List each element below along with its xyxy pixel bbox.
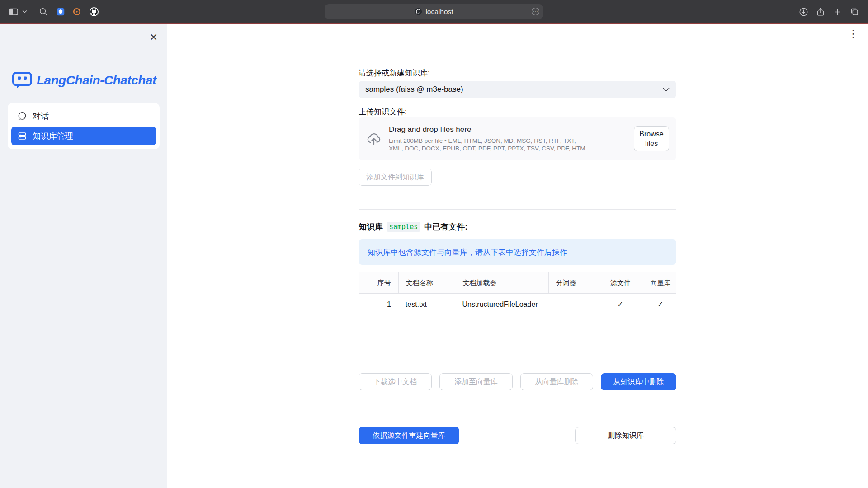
sidebar: ✕ LangChain-Chatchat 对话: [0, 24, 167, 488]
browse-files-button[interactable]: Browse files: [634, 126, 669, 151]
github-icon: [89, 6, 99, 17]
heading-prefix: 知识库: [359, 221, 383, 232]
upload-label: 上传知识文件:: [359, 107, 676, 117]
table-actions: 下载选中文档 添加至向量库 从向量库删除 从知识库中删除: [359, 373, 676, 390]
cell-source-check: ✓: [596, 294, 645, 315]
col-header-source[interactable]: 源文件: [596, 272, 645, 293]
kb-bottom-actions: 依据源文件重建向量库 删除知识库: [359, 427, 676, 444]
sidebar-menu-chevron[interactable]: [20, 4, 29, 20]
downloads-button[interactable]: [795, 4, 811, 20]
cell-loader: UnstructuredFileLoader: [455, 294, 548, 315]
sidebar-toggle-button[interactable]: [5, 4, 22, 20]
sidebar-menu: 对话 知识库管理: [8, 103, 160, 149]
ring-extension-icon: [72, 7, 82, 17]
sidebar-close-icon[interactable]: ✕: [150, 33, 158, 42]
sidebar-item-dialogue[interactable]: 对话: [11, 107, 156, 126]
share-button[interactable]: [812, 4, 829, 20]
sidebar-item-knowledge-base[interactable]: 知识库管理: [11, 127, 156, 145]
col-header-index[interactable]: 序号: [359, 272, 398, 293]
col-header-vector[interactable]: 向量库: [645, 272, 676, 293]
sidebar-item-label: 知识库管理: [33, 131, 73, 141]
extension-button-blue[interactable]: [52, 4, 69, 20]
browser-toolbar: localhost ⋯: [0, 0, 868, 23]
tab-overview-button[interactable]: [846, 4, 863, 20]
brand-name: LangChain-Chatchat: [37, 73, 156, 88]
kb-select-value: samples (faiss @ m3e-base): [365, 85, 463, 94]
url-text: localhost: [425, 8, 453, 16]
download-selected-button[interactable]: 下载选中文档: [359, 373, 432, 390]
search-button[interactable]: [35, 4, 52, 20]
cell-name: test.txt: [398, 294, 455, 315]
files-table: 序号 文档名称 文档加载器 分词器 源文件 向量库 1 test.txt Uns…: [359, 272, 676, 362]
extension-button-github[interactable]: [86, 4, 102, 20]
shield-extension-icon: [56, 7, 66, 17]
extension-button-orange[interactable]: [69, 4, 85, 20]
table-header-row: 序号 文档名称 文档加载器 分词器 源文件 向量库: [359, 272, 676, 294]
address-bar[interactable]: localhost ⋯: [325, 4, 543, 19]
rebuild-vector-store-button[interactable]: 依据源文件重建向量库: [359, 427, 459, 444]
tabs-icon: [849, 7, 859, 17]
new-tab-button[interactable]: [829, 4, 845, 20]
kb-name-code: samples: [387, 222, 420, 232]
cloud-upload-icon: [366, 131, 382, 146]
chat-bubble-icon: [18, 112, 27, 121]
col-header-name[interactable]: 文档名称: [398, 272, 455, 293]
app-menu-icon[interactable]: ⋮: [848, 29, 858, 39]
dropzone-instructions: Drag and drop files here Limit 200MB per…: [389, 125, 634, 152]
sidebar-panel-icon: [8, 6, 19, 17]
table-row[interactable]: 1 test.txt UnstructuredFileLoader ✓ ✓: [359, 294, 676, 315]
add-to-vector-store-button[interactable]: 添加至向量库: [439, 373, 513, 390]
divider: [359, 411, 676, 411]
brand-logo: LangChain-Chatchat: [12, 71, 156, 89]
knowledge-base-stack-icon: [18, 131, 27, 141]
add-files-to-kb-button[interactable]: 添加文件到知识库: [359, 169, 432, 186]
divider: [359, 209, 676, 210]
dropzone-title: Drag and drop files here: [389, 125, 627, 134]
site-favicon: [415, 8, 422, 15]
info-text: 知识库中包含源文件与向量库，请从下表中选择文件后操作: [368, 247, 567, 258]
cell-index: 1: [359, 294, 398, 315]
download-icon: [798, 7, 809, 17]
search-icon: [38, 7, 48, 17]
share-icon: [816, 7, 826, 17]
delete-kb-button[interactable]: 删除知识库: [575, 427, 676, 444]
remove-from-vector-store-button[interactable]: 从向量库删除: [520, 373, 593, 390]
chevron-down-icon: [663, 88, 670, 92]
col-header-splitter[interactable]: 分词器: [548, 272, 596, 293]
cell-splitter: [548, 294, 596, 315]
page-settings-icon[interactable]: ⋯: [532, 8, 539, 15]
heading-suffix: 中已有文件:: [424, 221, 467, 232]
kb-files-heading: 知识库 samples 中已有文件:: [359, 221, 676, 232]
info-banner: 知识库中包含源文件与向量库，请从下表中选择文件后操作: [359, 239, 676, 265]
delete-from-kb-button[interactable]: 从知识库中删除: [601, 373, 676, 390]
chevron-down-icon: [22, 10, 27, 14]
col-header-loader[interactable]: 文档加载器: [455, 272, 548, 293]
main-content: ⋮ 请选择或新建知识库: samples (faiss @ m3e-base) …: [167, 24, 868, 488]
file-dropzone[interactable]: Drag and drop files here Limit 200MB per…: [359, 117, 676, 160]
kb-select[interactable]: samples (faiss @ m3e-base): [359, 81, 676, 98]
dropzone-limit-text: Limit 200MB per file • EML, HTML, JSON, …: [389, 137, 588, 152]
chatchat-logo-icon: [12, 71, 33, 89]
kb-select-label: 请选择或新建知识库:: [359, 68, 676, 79]
sidebar-item-label: 对话: [33, 111, 49, 122]
plus-icon: [833, 7, 842, 17]
cell-vector-check: ✓: [645, 294, 676, 315]
